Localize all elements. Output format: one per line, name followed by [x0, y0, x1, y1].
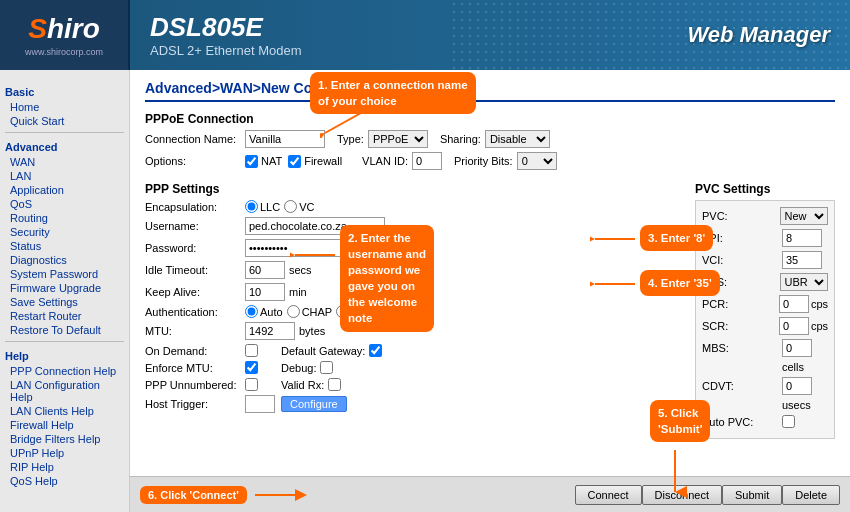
- auto-pvc-checkbox[interactable]: [782, 415, 795, 428]
- password-label: Password:: [145, 242, 245, 254]
- enforce-mtu-label: Enforce MTU:: [145, 362, 245, 374]
- sidebar-item-upnp[interactable]: UPnP Help: [5, 446, 124, 460]
- default-gw-checkbox[interactable]: [369, 344, 382, 357]
- vc-radio[interactable]: [284, 200, 297, 213]
- nat-label: NAT: [261, 155, 282, 167]
- encap-label: Encapsulation:: [145, 201, 245, 213]
- qos-select[interactable]: UBR: [780, 273, 829, 291]
- step1-arrow: [320, 108, 380, 138]
- vci-label: VCI:: [702, 254, 782, 266]
- pvc-label: PVC:: [702, 210, 780, 222]
- host-trigger-label: Host Trigger:: [145, 398, 245, 410]
- content-wrapper: Advanced>WAN>New Connection PPPoE Connec…: [130, 70, 850, 512]
- sidebar-item-lanclients[interactable]: LAN Clients Help: [5, 404, 124, 418]
- on-demand-label: On Demand:: [145, 345, 245, 357]
- configure-button[interactable]: Configure: [281, 396, 347, 412]
- sidebar-item-diagnostics[interactable]: Diagnostics: [5, 253, 124, 267]
- llc-radio[interactable]: [245, 200, 258, 213]
- idle-timeout-input[interactable]: [245, 261, 285, 279]
- keep-alive-input[interactable]: [245, 283, 285, 301]
- priority-bits-select[interactable]: 0: [517, 152, 557, 170]
- chap-radio[interactable]: [287, 305, 300, 318]
- options-row: Options: NAT Firewall VLAN ID: Priority …: [145, 152, 835, 170]
- on-demand-row: On Demand:: [145, 344, 261, 357]
- sidebar-item-lan[interactable]: LAN: [5, 169, 124, 183]
- pcr-input[interactable]: [779, 295, 809, 313]
- host-trigger-input[interactable]: [245, 395, 275, 413]
- scr-row: SCR: cps: [702, 317, 828, 335]
- sidebar-item-ppphelp[interactable]: PPP Connection Help: [5, 364, 124, 378]
- priority-bits-label: Priority Bits:: [454, 155, 513, 167]
- vlan-id-input[interactable]: [412, 152, 442, 170]
- enforce-mtu-checkbox[interactable]: [245, 361, 258, 374]
- sidebar-item-quickstart[interactable]: Quick Start: [5, 114, 124, 128]
- nat-checkbox[interactable]: [245, 155, 258, 168]
- sidebar-item-firewall[interactable]: Firewall Help: [5, 418, 124, 432]
- mtu-label: MTU:: [145, 325, 245, 337]
- connection-name-input[interactable]: [245, 130, 325, 148]
- sidebar-item-security[interactable]: Security: [5, 225, 124, 239]
- sidebar-item-home[interactable]: Home: [5, 100, 124, 114]
- sidebar-item-syspassword[interactable]: System Password: [5, 267, 124, 281]
- svg-line-1: [325, 108, 370, 133]
- auto-radio[interactable]: [245, 305, 258, 318]
- scr-input[interactable]: [779, 317, 809, 335]
- mbs-unit-row: cells: [702, 361, 828, 373]
- step1-callout-overlay: 1. Enter a connection nameof your choice: [310, 72, 476, 114]
- submit-button[interactable]: Submit: [722, 485, 782, 505]
- debug-checkbox[interactable]: [320, 361, 333, 374]
- host-trigger-row: Host Trigger: Configure: [145, 395, 675, 413]
- options-rows: On Demand: Enforce MTU: PPP Unnumbered:: [145, 344, 675, 395]
- vpi-input[interactable]: [782, 229, 822, 247]
- sidebar-item-qos[interactable]: QoS: [5, 197, 124, 211]
- sidebar-item-restartrouter[interactable]: Restart Router: [5, 309, 124, 323]
- step6-arrow: [255, 485, 315, 505]
- sidebar-item-status[interactable]: Status: [5, 239, 124, 253]
- mbs-input[interactable]: [782, 339, 812, 357]
- sidebar-item-savesettings[interactable]: Save Settings: [5, 295, 124, 309]
- connection-name-label: Connection Name:: [145, 133, 245, 145]
- sidebar-item-restore[interactable]: Restore To Default: [5, 323, 124, 337]
- valid-rx-checkbox[interactable]: [328, 378, 341, 391]
- step3-callout-overlay: 3. Enter '8': [640, 225, 713, 251]
- vci-input[interactable]: [782, 251, 822, 269]
- sidebar-item-bridgefilters[interactable]: Bridge Filters Help: [5, 432, 124, 446]
- sidebar-item-wan[interactable]: WAN: [5, 155, 124, 169]
- step3-bubble: 3. Enter '8': [640, 225, 713, 251]
- sidebar-item-routing[interactable]: Routing: [5, 211, 124, 225]
- logo: Shiro: [28, 13, 100, 45]
- sharing-select[interactable]: Disable: [485, 130, 550, 148]
- scr-unit: cps: [811, 320, 828, 332]
- step6-callout: 6. Click 'Connect': [140, 486, 247, 504]
- keep-alive-label: Keep Alive:: [145, 286, 245, 298]
- debug-label: Debug:: [281, 362, 316, 374]
- ppp-section-title: PPP Settings: [145, 182, 675, 196]
- pvc-row: PVC: New: [702, 207, 828, 225]
- cdvt-input[interactable]: [782, 377, 812, 395]
- sidebar-item-qoshelp[interactable]: QoS Help: [5, 474, 124, 488]
- cdvt-label: CDVT:: [702, 380, 782, 392]
- llc-label: LLC: [260, 201, 280, 213]
- pvc-select[interactable]: New: [780, 207, 829, 225]
- ppp-unnumbered-row: PPP Unnumbered:: [145, 378, 261, 391]
- mtu-input[interactable]: [245, 322, 295, 340]
- sidebar-item-application[interactable]: Application: [5, 183, 124, 197]
- step3-arrow: [590, 229, 640, 249]
- on-demand-checkbox[interactable]: [245, 344, 258, 357]
- sidebar-help-title: Help: [5, 350, 124, 362]
- sidebar-item-lanconfig[interactable]: LAN Configuration Help: [5, 378, 124, 404]
- connect-button[interactable]: Connect: [575, 485, 642, 505]
- step2-arrow: [290, 245, 340, 265]
- chap-label: CHAP: [302, 306, 333, 318]
- step2-bubble: 2. Enter theusername andpassword wegave …: [340, 225, 434, 332]
- sidebar-item-rip[interactable]: RIP Help: [5, 460, 124, 474]
- ppp-unnumbered-checkbox[interactable]: [245, 378, 258, 391]
- sidebar-basic-title: Basic: [5, 86, 124, 98]
- firewall-checkbox[interactable]: [288, 155, 301, 168]
- default-gw-row: Default Gateway:: [281, 344, 385, 357]
- mbs-label: MBS:: [702, 342, 782, 354]
- cdvt-unit-row: usecs: [702, 399, 828, 411]
- delete-button[interactable]: Delete: [782, 485, 840, 505]
- sidebar-item-firmware[interactable]: Firmware Upgrade: [5, 281, 124, 295]
- encapsulation-row: Encapsulation: LLC VC: [145, 200, 675, 213]
